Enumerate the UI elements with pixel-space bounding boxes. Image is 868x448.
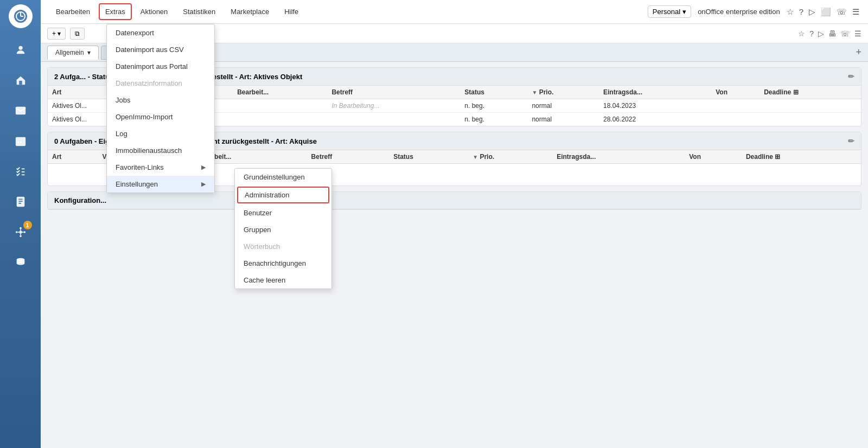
gruppen-label: Gruppen	[244, 226, 271, 234]
col-eintragsda: Eintragsda...	[599, 86, 711, 99]
datenimport-portal-label: Datenimport aus Portal	[116, 62, 188, 71]
add-icon: +	[52, 30, 56, 37]
jobs-label: Jobs	[116, 96, 130, 104]
menu-datenimport-csv[interactable]: Datenimport aus CSV	[107, 41, 214, 58]
play-toolbar-icon[interactable]: ▷	[818, 29, 824, 38]
add-dropdown-arrow: ▾	[58, 30, 61, 37]
cell-von	[711, 113, 760, 126]
sidebar-logo[interactable]	[9, 4, 33, 28]
info-icon[interactable]: ?	[809, 29, 814, 38]
col-betreff: Betreff	[327, 86, 460, 99]
top-navigation: Bearbeiten Extras Aktionen Statistiken M…	[41, 0, 868, 24]
menu-jobs[interactable]: Jobs	[107, 92, 214, 108]
print-toolbar-icon[interactable]: 🖶	[828, 29, 836, 38]
cell-prio: normal	[527, 99, 599, 113]
menu-item-bearbeiten[interactable]: Bearbeiten	[49, 3, 97, 20]
svg-point-15	[20, 235, 22, 238]
cell-deadline	[760, 113, 861, 126]
tab-add-button[interactable]: +	[856, 47, 861, 58]
star-icon[interactable]: ☆	[787, 7, 794, 17]
phone-icon[interactable]: ☏	[837, 7, 847, 17]
submenu-cache-leeren[interactable]: Cache leeren	[235, 272, 331, 289]
submenu-benachrichtigungen[interactable]: Benachrichtigungen	[235, 255, 331, 272]
datenexport-label: Datenexport	[116, 29, 154, 37]
section-1-edit-icon[interactable]: ✏	[848, 72, 854, 81]
copy-button[interactable]: ⧉	[70, 28, 85, 40]
svg-point-4	[18, 46, 22, 50]
submenu-gruppen[interactable]: Gruppen	[235, 221, 331, 238]
star-toolbar-icon[interactable]: ☆	[798, 29, 805, 38]
svg-rect-8	[17, 142, 19, 143]
chevron-tab-icon: ▾	[87, 49, 91, 56]
submenu-grundeinstellungen[interactable]: Grundeinstellungen	[235, 169, 331, 185]
menu-item-extras[interactable]: Extras	[99, 3, 132, 20]
personal-dropdown[interactable]: Personal ▾	[648, 5, 691, 18]
tab-allgemein-label: Allgemein	[55, 49, 84, 56]
add-button[interactable]: + ▾	[47, 28, 66, 40]
sidebar-item-calendar[interactable]	[7, 127, 34, 155]
menu-favoriten-links[interactable]: Favoriten-Links ▶	[107, 159, 214, 176]
administration-label: Administration	[245, 191, 289, 199]
section-2-edit-icon[interactable]: ✏	[848, 137, 854, 145]
menu-item-hilfe[interactable]: Hilfe	[278, 3, 305, 20]
sidebar-item-notes[interactable]	[7, 188, 34, 215]
network-badge: 1	[23, 221, 32, 229]
sidebar-item-network[interactable]: 1	[7, 219, 34, 246]
extras-dropdown: Datenexport Datenimport aus CSV Datenimp…	[106, 24, 215, 193]
svg-point-14	[20, 227, 22, 229]
phone-toolbar-icon[interactable]: ☏	[840, 29, 850, 38]
cell-von	[711, 99, 760, 113]
menu-item-aktionen[interactable]: Aktionen	[134, 3, 175, 20]
col-prio: ▼ Prio.	[527, 86, 599, 99]
print-icon[interactable]: ⬜	[821, 7, 831, 17]
menu-item-marketplace[interactable]: Marketplace	[224, 3, 276, 20]
menu-datenimport-portal[interactable]: Datenimport aus Portal	[107, 58, 214, 75]
section-3-title: Konfiguration...	[54, 196, 106, 204]
topnav-icons: ☆ ? ▷ ⬜ ☏ ☰	[787, 7, 859, 17]
menu-log[interactable]: Log	[107, 125, 214, 142]
submenu-administration[interactable]: Administration	[237, 187, 329, 203]
menu-immobilienaustausch[interactable]: Immobilienaustausch	[107, 142, 214, 159]
cell-eintragsda: 28.06.2022	[599, 113, 711, 126]
svg-rect-5	[19, 81, 22, 85]
menu-einstellungen[interactable]: Einstellungen ▶	[107, 176, 214, 193]
copy-icon: ⧉	[75, 30, 80, 37]
menu-item-statistiken[interactable]: Statistiken	[176, 3, 222, 20]
sidebar-item-home[interactable]	[7, 67, 34, 94]
einstellungen-submenu: Grundeinstellungen Administration Benutz…	[234, 168, 332, 289]
cell-bearbeit	[233, 99, 327, 113]
sidebar-item-database[interactable]	[7, 249, 34, 276]
col-status-2: Status	[389, 150, 468, 164]
cell-betreff	[327, 113, 460, 126]
col-von-2: Von	[685, 150, 742, 164]
cell-betreff: In Bearbeitung...	[327, 99, 460, 113]
cell-bearbeit	[233, 113, 327, 126]
menu-icon[interactable]: ☰	[852, 7, 859, 17]
menu-datenexport[interactable]: Datenexport	[107, 24, 214, 41]
favoriten-label: Favoriten-Links	[116, 163, 164, 171]
submenu-benutzer[interactable]: Benutzer	[235, 204, 331, 221]
sidebar-item-user[interactable]	[7, 36, 34, 63]
col-deadline-2: Deadline ⊞	[742, 150, 861, 164]
svg-point-12	[15, 231, 17, 233]
sidebar-item-tasks[interactable]	[7, 158, 34, 185]
datenimport-csv-label: Datenimport aus CSV	[116, 46, 184, 54]
svg-point-11	[19, 231, 22, 234]
help-icon[interactable]: ?	[799, 7, 803, 16]
play-icon[interactable]: ▷	[809, 7, 815, 17]
toolbar-right: ☆ ? ▷ 🖶 ☏ ☰	[798, 29, 861, 38]
menu-toolbar-icon[interactable]: ☰	[854, 29, 861, 38]
einstellungen-arrow: ▶	[201, 181, 206, 188]
cell-status: n. beg.	[460, 99, 527, 113]
submenu-woerterbuch: Wörterbuch	[235, 238, 331, 255]
tab-allgemein[interactable]: Allgemein ▾	[47, 46, 99, 60]
cell-status: n. beg.	[460, 113, 527, 126]
col-deadline: Deadline ⊞	[760, 86, 861, 99]
sidebar-item-mail[interactable]	[7, 97, 34, 124]
col-status: Status	[460, 86, 527, 99]
einstellungen-label: Einstellungen	[116, 180, 158, 188]
menu-openimmo[interactable]: OpenImmo-Import	[107, 108, 214, 125]
section-konfiguration: Konfiguration...	[47, 191, 861, 210]
col-prio-2: ▼ Prio.	[468, 150, 552, 164]
personal-label: Personal	[653, 8, 680, 16]
